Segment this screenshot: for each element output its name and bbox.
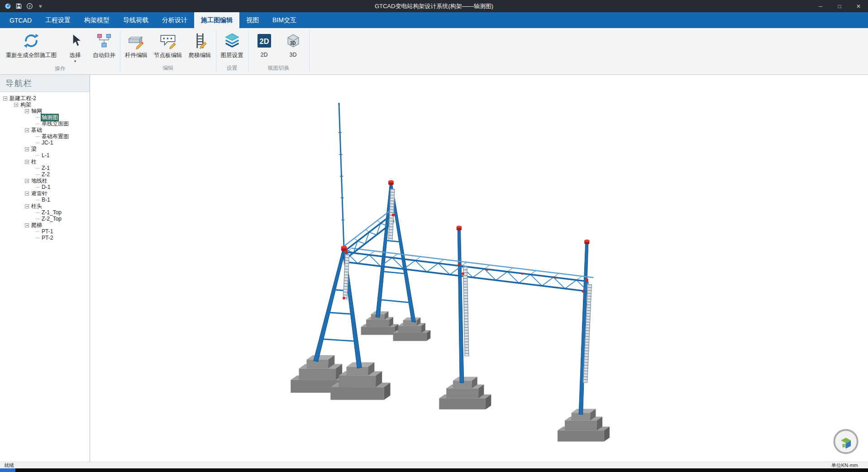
tree-item[interactable]: 梁 [0,146,90,152]
help-icon[interactable]: ? [26,2,33,10]
ladder-icon [191,32,209,50]
ribbon: 重新生成全部施工图选择▾自动归并操作杆件编辑节点板编辑爬梯编辑编辑图层设置设置2… [0,28,868,75]
ribbon-button-label: 杆件编辑 [125,52,148,59]
tree-connector [36,219,39,219]
svg-text:3D: 3D [290,41,296,46]
tree-item[interactable]: PT-2 [0,235,90,241]
ribbon-group: 重新生成全部施工图选择▾自动归并操作 [2,28,119,74]
ribbon-group: 图层设置设置 [218,28,247,74]
ribbon-button-label: 节点板编辑 [154,52,182,59]
tower-rear [376,184,415,322]
ribbon-button-label: 重新生成全部施工图 [6,52,57,59]
tree-item[interactable]: Z-2_Top [0,216,90,222]
tree-expander-icon[interactable] [25,179,29,183]
foundations-rear [361,311,431,341]
ribbon-button-ladder-edit[interactable]: 爬梯编辑 [186,29,215,59]
tree-item[interactable]: JC-1 [0,140,90,146]
tree-expander-icon[interactable] [14,103,18,107]
tree-item[interactable]: L-1 [0,152,90,159]
tree-item-label: PT-1 [41,228,54,235]
tree-item[interactable]: 新建工程-2 [0,95,90,101]
node-merge-icon [95,32,113,50]
window-title: GTCAD变电站构架设计系统(构架——轴测图) [0,2,868,10]
tree-item[interactable]: 避雷针 [0,190,90,197]
tree-expander-icon[interactable] [25,147,29,151]
tree-item-label: 爬梯 [30,222,43,229]
tree-item-label: 柱头 [30,202,43,210]
ribbon-button-view-2d[interactable]: 2D2D [250,29,279,58]
ribbon-group-label: 操作 [2,63,119,75]
ribbon-button-layer-settings[interactable]: 图层设置 [218,29,247,59]
navigator-panel: 导航栏 新建工程-2构架轴网轴测图单线立面图基础基础布置图JC-1梁L-1柱Z-… [0,75,90,462]
tree-item-label: 地线柱 [30,177,48,185]
tree-connector [36,143,39,143]
refresh-icon [22,32,40,50]
app-window: ? GTCAD变电站构架设计系统(构架——轴测图) ─□✕ GTCAD工程设置构… [0,0,868,472]
bottom-strip [0,468,868,472]
tree-item[interactable]: Z-1_Top [0,209,90,216]
tree-item[interactable]: 单线立面图 [0,120,90,127]
nav-tree: 新建工程-2构架轴网轴测图单线立面图基础基础布置图JC-1梁L-1柱Z-1Z-2… [0,92,90,462]
status-ready-text: 就绪 [0,462,14,469]
tab-conductor-load[interactable]: 导线荷载 [116,12,155,28]
quick-access-bar: ? [0,2,44,10]
tab-project-settings[interactable]: 工程设置 [38,12,77,28]
window-controls: ─□✕ [811,0,868,12]
tower-front [314,250,362,368]
dropdown-caret-icon: ▾ [74,59,76,63]
tree-expander-icon[interactable] [25,109,29,113]
foundations-front [291,355,610,442]
tree-item[interactable]: 基础布置图 [0,133,90,140]
group-separator [120,31,120,72]
ribbon-button-member-edit[interactable]: 杆件编辑 [122,29,151,59]
tab-frame-model[interactable]: 构架模型 [77,12,116,28]
group-separator [216,31,216,72]
viewport-3d-scene[interactable]: R [91,75,868,462]
gusset-plate-icon [159,32,177,50]
ribbon-button-label: 爬梯编辑 [189,52,211,59]
ribbon-button-label: 2D [261,52,268,58]
tree-item[interactable]: B-1 [0,197,90,203]
maximize-button[interactable]: □ [830,0,849,12]
ribbon-button-select[interactable]: 选择▾ [61,29,90,63]
tree-item[interactable]: 柱 [0,159,90,165]
tree-connector [36,231,39,232]
tree-item-label: 基础布置图 [41,133,70,140]
tree-expander-icon[interactable] [3,96,7,101]
ribbon-button-auto-merge[interactable]: 自动归并 [90,29,119,59]
tab-construction-drawing-edit[interactable]: 施工图编辑 [194,12,239,28]
tree-expander-icon[interactable] [25,160,29,164]
tree-item-label: 单线立面图 [41,120,70,128]
customize-arrow-icon[interactable] [37,2,44,10]
tab-analysis-design[interactable]: 分析设计 [155,12,194,28]
minimize-button[interactable]: ─ [811,0,830,12]
tree-item[interactable]: 柱头 [0,203,90,209]
tab-view[interactable]: 视图 [239,12,266,28]
tree-item[interactable]: Z-1 [0,165,90,171]
tree-item-label: PT-2 [41,235,54,241]
titlebar: ? GTCAD变电站构架设计系统(构架——轴测图) ─□✕ [0,0,868,12]
tree-item[interactable]: 爬梯 [0,222,90,228]
taskbar-sliver [0,468,15,472]
close-button[interactable]: ✕ [849,0,868,12]
tree-item[interactable]: 地线柱 [0,178,90,184]
tree-expander-icon[interactable] [25,192,29,196]
tree-expander-icon[interactable] [25,223,29,227]
tree-item[interactable]: PT-1 [0,228,90,235]
2d-icon: 2D [255,32,273,50]
group-separator [248,31,248,72]
app-icon[interactable] [4,2,12,10]
tree-connector [36,117,39,118]
tree-expander-icon[interactable] [25,204,29,208]
save-icon[interactable] [15,2,23,10]
tab-bim-interaction[interactable]: BIM交互 [266,12,303,28]
ribbon-group: 杆件编辑节点板编辑爬梯编辑编辑 [122,28,215,74]
ribbon-button-view-3d[interactable]: 3D3D [279,29,308,58]
tree-expander-icon[interactable] [25,128,29,132]
tab-gtcad[interactable]: GTCAD [3,12,38,28]
tree-item[interactable]: 构架 [0,101,90,108]
ribbon-button-regenerate[interactable]: 重新生成全部施工图 [2,29,61,59]
ribbon-button-gusset-edit[interactable]: 节点板编辑 [151,29,186,59]
status-bar: 就绪 单位KN-mm [0,462,868,468]
tree-item-label: Z-1_Top [41,209,62,216]
